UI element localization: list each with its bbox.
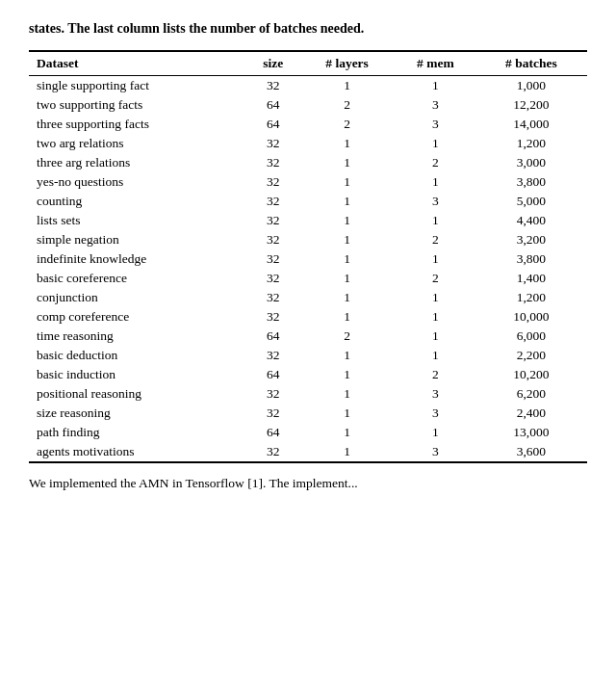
cell-dataset: size reasoning: [29, 404, 248, 423]
cell-batches: 2,400: [479, 404, 587, 423]
cell-batches: 12,200: [479, 95, 587, 115]
cell-dataset: three supporting facts: [29, 115, 248, 134]
table-row: basic induction641210,200: [29, 365, 587, 384]
cell-size: 64: [248, 365, 302, 384]
table-row: size reasoning32132,400: [29, 404, 587, 423]
col-mem: # mem: [396, 51, 479, 76]
cell-dataset: agents motivations: [29, 442, 248, 462]
cell-size: 32: [248, 442, 302, 462]
cell-layers: 2: [302, 327, 396, 346]
cell-layers: 1: [302, 249, 396, 269]
cell-dataset: indefinite knowledge: [29, 249, 248, 269]
cell-batches: 1,400: [479, 269, 587, 288]
cell-dataset: simple negation: [29, 230, 248, 249]
data-table: Dataset size # layers # mem # batches si…: [29, 50, 587, 463]
cell-size: 32: [248, 211, 302, 230]
cell-layers: 1: [302, 307, 396, 327]
cell-dataset: yes-no questions: [29, 172, 248, 192]
cell-size: 32: [248, 230, 302, 249]
cell-batches: 3,000: [479, 153, 587, 172]
table-row: basic deduction32112,200: [29, 346, 587, 365]
table-row: three supporting facts642314,000: [29, 115, 587, 134]
cell-batches: 13,000: [479, 423, 587, 442]
cell-batches: 5,000: [479, 192, 587, 211]
cell-batches: 1,200: [479, 134, 587, 153]
cell-mem: 1: [396, 288, 479, 307]
cell-batches: 2,200: [479, 346, 587, 365]
table-row: path finding641113,000: [29, 423, 587, 442]
table-row: counting32135,000: [29, 192, 587, 211]
cell-layers: 1: [302, 442, 396, 462]
header-row: Dataset size # layers # mem # batches: [29, 51, 587, 76]
cell-mem: 3: [396, 95, 479, 115]
cell-layers: 2: [302, 95, 396, 115]
table-row: time reasoning64216,000: [29, 327, 587, 346]
cell-layers: 1: [302, 423, 396, 442]
cell-mem: 3: [396, 404, 479, 423]
cell-mem: 2: [396, 365, 479, 384]
cell-dataset: positional reasoning: [29, 384, 248, 404]
cell-mem: 2: [396, 269, 479, 288]
table-row: two arg relations32111,200: [29, 134, 587, 153]
cell-mem: 1: [396, 423, 479, 442]
cell-dataset: two supporting facts: [29, 95, 248, 115]
cell-batches: 4,400: [479, 211, 587, 230]
table-row: indefinite knowledge32113,800: [29, 249, 587, 269]
table-row: three arg relations32123,000: [29, 153, 587, 172]
footer-text: We implemented the AMN in Tensorflow [1]…: [29, 475, 587, 493]
cell-mem: 2: [396, 153, 479, 172]
cell-layers: 1: [302, 134, 396, 153]
table-row: yes-no questions32113,800: [29, 172, 587, 192]
cell-batches: 14,000: [479, 115, 587, 134]
cell-dataset: three arg relations: [29, 153, 248, 172]
cell-layers: 1: [302, 269, 396, 288]
cell-mem: 1: [396, 211, 479, 230]
col-batches: # batches: [479, 51, 587, 76]
cell-mem: 3: [396, 115, 479, 134]
col-size: size: [248, 51, 302, 76]
cell-layers: 1: [302, 172, 396, 192]
table-header: Dataset size # layers # mem # batches: [29, 51, 587, 76]
cell-dataset: comp coreference: [29, 307, 248, 327]
cell-size: 32: [248, 288, 302, 307]
cell-size: 32: [248, 269, 302, 288]
cell-layers: 1: [302, 384, 396, 404]
cell-dataset: single supporting fact: [29, 75, 248, 95]
cell-size: 64: [248, 95, 302, 115]
table-row: lists sets32114,400: [29, 211, 587, 230]
cell-size: 32: [248, 249, 302, 269]
cell-batches: 6,200: [479, 384, 587, 404]
cell-mem: 1: [396, 172, 479, 192]
col-layers: # layers: [302, 51, 396, 76]
cell-dataset: path finding: [29, 423, 248, 442]
cell-layers: 1: [302, 288, 396, 307]
cell-dataset: basic induction: [29, 365, 248, 384]
header-text: states. The last column lists the number…: [29, 19, 587, 39]
cell-size: 64: [248, 115, 302, 134]
cell-size: 32: [248, 75, 302, 95]
cell-batches: 3,600: [479, 442, 587, 462]
table-row: conjunction32111,200: [29, 288, 587, 307]
table-row: basic coreference32121,400: [29, 269, 587, 288]
cell-size: 32: [248, 192, 302, 211]
cell-batches: 10,000: [479, 307, 587, 327]
table-row: single supporting fact32111,000: [29, 75, 587, 95]
cell-dataset: time reasoning: [29, 327, 248, 346]
cell-dataset: basic coreference: [29, 269, 248, 288]
cell-mem: 1: [396, 346, 479, 365]
cell-mem: 1: [396, 307, 479, 327]
cell-mem: 1: [396, 75, 479, 95]
cell-batches: 1,000: [479, 75, 587, 95]
cell-layers: 1: [302, 75, 396, 95]
cell-layers: 1: [302, 153, 396, 172]
table-body: single supporting fact32111,000two suppo…: [29, 75, 587, 462]
cell-layers: 1: [302, 346, 396, 365]
cell-mem: 3: [396, 384, 479, 404]
table-row: simple negation32123,200: [29, 230, 587, 249]
cell-size: 32: [248, 307, 302, 327]
cell-mem: 3: [396, 442, 479, 462]
cell-dataset: conjunction: [29, 288, 248, 307]
cell-dataset: counting: [29, 192, 248, 211]
cell-batches: 1,200: [479, 288, 587, 307]
table-row: agents motivations32133,600: [29, 442, 587, 462]
